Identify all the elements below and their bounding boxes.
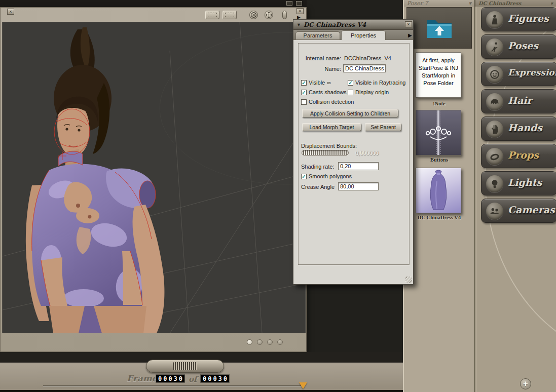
checkbox-label: Visible <box>309 80 325 86</box>
timeline-position-marker[interactable] <box>299 382 307 389</box>
folder-up-button[interactable] <box>406 7 472 49</box>
chevron-down-icon: ▾ <box>468 0 471 7</box>
hand-icon <box>486 121 503 138</box>
checkbox-box[interactable]: ✓ <box>301 80 307 86</box>
camera-pan-icon[interactable] <box>265 11 273 19</box>
lightbulb-icon <box>486 175 503 192</box>
smooth-polygons-checkbox[interactable]: ✓ Smooth polygons <box>301 173 352 179</box>
shading-rate-input[interactable] <box>338 162 379 170</box>
window-close-icon[interactable]: × <box>296 8 304 14</box>
camera-preset-icon[interactable] <box>205 11 219 19</box>
resize-grip[interactable] <box>405 277 412 283</box>
tab-properties[interactable]: Properties <box>341 30 386 40</box>
checkbox-box[interactable]: ✓ <box>301 174 307 179</box>
load-morph-target-button[interactable]: Load Morph Target <box>302 123 361 131</box>
library-item-label: DC ChinaDress V4 <box>404 215 474 220</box>
properties-panel-header[interactable]: ▼ DC ChinaDress V4 <box>293 20 413 30</box>
name-input[interactable] <box>343 64 386 72</box>
sidebar-item-label: Hair <box>508 95 532 106</box>
poser-app: × ▶ × <box>0 0 556 392</box>
displacement-bounds-dial[interactable] <box>302 150 349 155</box>
library-dropdown-right[interactable]: DC ChinaDress ▾ <box>475 0 556 7</box>
timeline-track[interactable] <box>43 385 304 386</box>
set-parent-button[interactable]: Set Parent <box>365 123 401 131</box>
titlebar-mini-icon[interactable] <box>286 1 292 6</box>
panel-close-icon[interactable]: × <box>405 21 412 27</box>
panel-close-icon[interactable]: × <box>7 9 14 15</box>
displacement-bounds-value: 0,000000 <box>355 150 379 156</box>
library-dropdown-label: DC ChinaDress <box>478 1 521 6</box>
crease-angle-input[interactable] <box>338 182 379 190</box>
of-label: of <box>189 375 197 384</box>
dress-thumbnail-art <box>416 168 461 213</box>
library-column: Poser 7 ▾ At first, apply StartPose & IN… <box>403 0 474 392</box>
sidebar-item-cameras[interactable]: Cameras <box>481 199 556 223</box>
internal-name-value: DCChinaDress_V4 <box>344 55 391 61</box>
camera-group-icon <box>486 203 503 220</box>
sidebar-item-label: Poses <box>508 40 538 51</box>
titlebar-mini-icon[interactable] <box>296 1 302 6</box>
scene-render <box>3 22 306 333</box>
visible-raytracing-checkbox[interactable]: ✓ Visible in Raytracing <box>348 80 405 86</box>
total-frame-counter[interactable]: 00030 <box>200 374 230 383</box>
sidebar-item-props[interactable]: Props <box>481 144 556 168</box>
sidebar-item-label: Cameras <box>508 204 555 215</box>
timeline-bottom-edge <box>0 390 403 392</box>
casts-shadows-checkbox[interactable]: ✓ Casts shadows <box>301 89 347 95</box>
shading-rate-label: Shading rate: <box>301 164 334 170</box>
checkbox-label: Casts shadows <box>309 89 347 95</box>
checkbox-box[interactable] <box>348 90 353 95</box>
collision-detection-checkbox[interactable]: Collision detection <box>301 99 354 105</box>
checkbox-label: Display origin <box>355 89 389 95</box>
current-frame-counter[interactable]: 00030 <box>156 374 185 383</box>
view-dot[interactable] <box>277 339 283 345</box>
sidebar-item-label: Props <box>508 149 539 161</box>
internal-name-label: Internal name: <box>294 55 341 61</box>
add-button[interactable]: + <box>520 378 531 389</box>
crease-angle-label: Crease Angle <box>301 184 335 190</box>
tab-parameters[interactable]: Parameters <box>295 31 340 40</box>
view-dot[interactable] <box>267 339 273 345</box>
category-sidebar: DC ChinaDress ▾ Figures Poses Expression <box>474 0 556 392</box>
visible-link-icon: ∞ <box>327 80 331 86</box>
checkbox-box[interactable]: ✓ <box>348 80 353 86</box>
sidebar-item-lights[interactable]: Lights <box>481 171 556 195</box>
library-item-buttons[interactable] <box>416 110 461 155</box>
camera-flyaround-icon[interactable] <box>223 11 237 19</box>
ring-icon <box>486 148 503 165</box>
checkbox-label: Visible in Raytracing <box>355 80 405 86</box>
library-dropdown-label: Poser 7 <box>407 0 428 7</box>
library-dropdown-left[interactable]: Poser 7 ▾ <box>404 0 474 7</box>
sidebar-item-expression[interactable]: Expression <box>481 62 556 86</box>
library-item-note[interactable]: At first, apply StartPose & INJ StartMor… <box>416 52 461 98</box>
view-dot[interactable] <box>257 339 263 345</box>
sidebar-item-hands[interactable]: Hands <box>481 116 556 141</box>
sidebar-item-label: Lights <box>508 177 542 188</box>
viewport-3d[interactable] <box>2 22 305 333</box>
collapse-triangle-icon[interactable]: ▼ <box>296 22 301 27</box>
chevron-down-icon: ▾ <box>550 1 553 6</box>
checkbox-box[interactable] <box>301 99 307 105</box>
displacement-bounds-label: Displacement Bounds: <box>301 143 357 149</box>
tab-overflow-icon[interactable]: ▶ <box>408 32 412 38</box>
sidebar-item-label: Expression <box>508 67 556 77</box>
panel-title: DC ChinaDress V4 <box>304 21 410 28</box>
view-dot[interactable] <box>247 339 252 345</box>
checkbox-label: Smooth polygons <box>309 173 352 179</box>
checkbox-box[interactable]: ✓ <box>301 90 307 95</box>
checkbox-label: Collision detection <box>309 99 354 105</box>
sidebar-item-figures[interactable]: Figures <box>481 7 556 31</box>
sidebar-item-poses[interactable]: Poses <box>481 34 556 59</box>
apply-collision-button[interactable]: Apply Collision Setting to Children <box>302 109 398 117</box>
wig-icon <box>486 93 503 110</box>
runner-icon <box>486 38 503 56</box>
buttons-thumbnail-art <box>416 110 461 155</box>
visible-checkbox[interactable]: ✓ Visible ∞ <box>301 80 331 86</box>
camera-dolly-icon[interactable] <box>282 11 287 19</box>
camera-orbit-icon[interactable] <box>249 11 258 19</box>
sidebar-item-hair[interactable]: Hair <box>481 89 556 113</box>
display-origin-checkbox[interactable]: Display origin <box>348 89 389 95</box>
library-item-chinadress[interactable] <box>416 168 461 213</box>
name-label: Name: <box>294 66 341 72</box>
timeline-knob[interactable] <box>146 360 224 373</box>
